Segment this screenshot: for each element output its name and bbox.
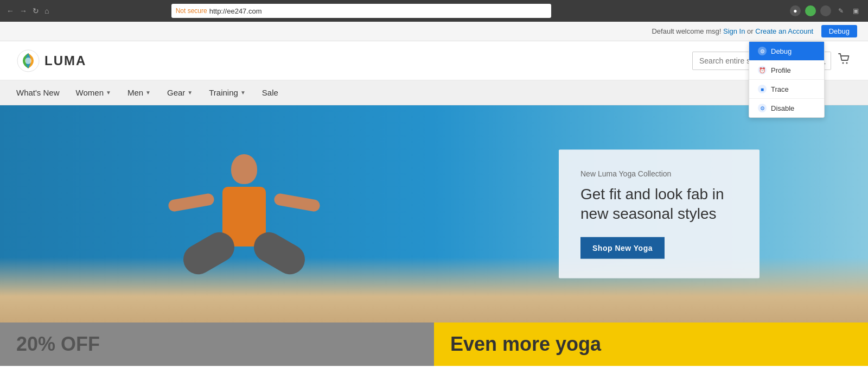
browser-profile-icon: ● [790, 5, 801, 16]
create-account-link[interactable]: Create an Account [755, 27, 813, 35]
nav-item-training[interactable]: Training ▼ [209, 88, 246, 97]
hero-subtitle: New Luma Yoga Collection [580, 169, 738, 178]
address-bar[interactable]: Not secure http://ee247.com [171, 4, 551, 18]
nav-label-men: Men [127, 88, 143, 97]
url-display: http://ee247.com [209, 7, 262, 15]
nav-label-training: Training [209, 88, 238, 97]
top-bar: Default welcome msg! Sign In or Create a… [0, 22, 868, 41]
nav-item-gear[interactable]: Gear ▼ [167, 88, 193, 97]
back-button[interactable]: ← [7, 7, 14, 15]
logo-link[interactable]: LUMA [16, 49, 86, 73]
hero-section: New Luma Yoga Collection Get fit and loo… [0, 105, 868, 323]
browser-chrome: ← → ↻ ⌂ Not secure http://ee247.com ● ✎ … [0, 0, 868, 22]
promo-right-text: Even more yoga [450, 333, 601, 356]
shopping-cart-icon [838, 52, 852, 66]
browser-pencil-icon: ✎ [835, 5, 846, 16]
site-header: LUMA [0, 41, 868, 80]
nav-item-whats-new[interactable]: What's New [16, 88, 60, 97]
browser-user-icon [805, 5, 816, 16]
nav-label-gear: Gear [167, 88, 185, 97]
chevron-down-icon: ▼ [240, 90, 246, 96]
promo-strip: 20% OFF Even more yoga [0, 323, 868, 366]
person-silhouette [168, 122, 320, 279]
nav-label-sale: Sale [262, 88, 278, 97]
forward-button[interactable]: → [20, 7, 27, 15]
debug-menu-item-profile[interactable]: ⏰ Profile [749, 61, 824, 80]
debug-menu-label-disable: Disable [771, 104, 794, 112]
svg-point-1 [25, 58, 31, 64]
nav-label-whats-new: What's New [16, 88, 60, 97]
debug-menu-label-trace: Trace [771, 85, 789, 93]
debug-menu-item-debug[interactable]: ⚙ Debug [749, 42, 824, 61]
home-button[interactable]: ⌂ [44, 7, 49, 15]
trace-icon: ■ [758, 85, 767, 93]
hero-title: Get fit and look fab in new seasonal sty… [580, 185, 738, 224]
person-head [231, 154, 257, 184]
hero-content-box: New Luma Yoga Collection Get fit and loo… [559, 150, 760, 279]
svg-point-5 [846, 62, 848, 64]
or-label: or [747, 27, 754, 35]
hero-person [157, 111, 331, 279]
debug-menu-item-trace[interactable]: ■ Trace [749, 80, 824, 99]
promo-left[interactable]: 20% OFF [0, 323, 434, 366]
gear-icon: ⚙ [758, 47, 767, 55]
person-arm-right [273, 193, 321, 212]
nav-item-sale[interactable]: Sale [262, 88, 278, 97]
logo-icon [16, 49, 40, 73]
person-arm-left [168, 193, 215, 212]
promo-right[interactable]: Even more yoga [434, 323, 868, 366]
chevron-down-icon: ▼ [106, 90, 111, 96]
cart-icon[interactable] [838, 52, 852, 69]
reload-button[interactable]: ↻ [33, 7, 39, 15]
nav-item-women[interactable]: Women ▼ [76, 88, 111, 97]
clock-icon: ⏰ [758, 66, 767, 74]
promo-left-text: 20% OFF [16, 333, 100, 356]
debug-menu-label-profile: Profile [771, 66, 791, 74]
shop-new-yoga-button[interactable]: Shop New Yoga [580, 237, 665, 258]
nav-item-men[interactable]: Men ▼ [127, 88, 151, 97]
browser-actions: ● ✎ ▣ [790, 5, 861, 16]
debug-menu-item-disable[interactable]: ⚙ Disable [749, 99, 824, 117]
not-secure-label: Not secure [176, 7, 207, 15]
chevron-down-icon: ▼ [145, 90, 151, 96]
signin-link[interactable]: Sign In [723, 27, 745, 35]
svg-point-4 [843, 62, 844, 64]
disable-icon: ⚙ [758, 104, 767, 112]
logo-text: LUMA [44, 53, 86, 68]
nav-label-women: Women [76, 88, 104, 97]
chevron-down-icon: ▼ [187, 90, 193, 96]
debug-dropdown: ⚙ Debug ⏰ Profile ■ Trace ⚙ Disable [749, 41, 825, 118]
main-nav: What's New Women ▼ Men ▼ Gear ▼ Training… [0, 80, 868, 105]
browser-puzzle-icon: ▣ [851, 5, 861, 16]
welcome-message: Default welcome msg! [652, 27, 721, 35]
debug-menu-label-debug: Debug [771, 47, 792, 55]
browser-ext-icon [820, 5, 831, 16]
debug-button[interactable]: Debug [821, 25, 857, 37]
